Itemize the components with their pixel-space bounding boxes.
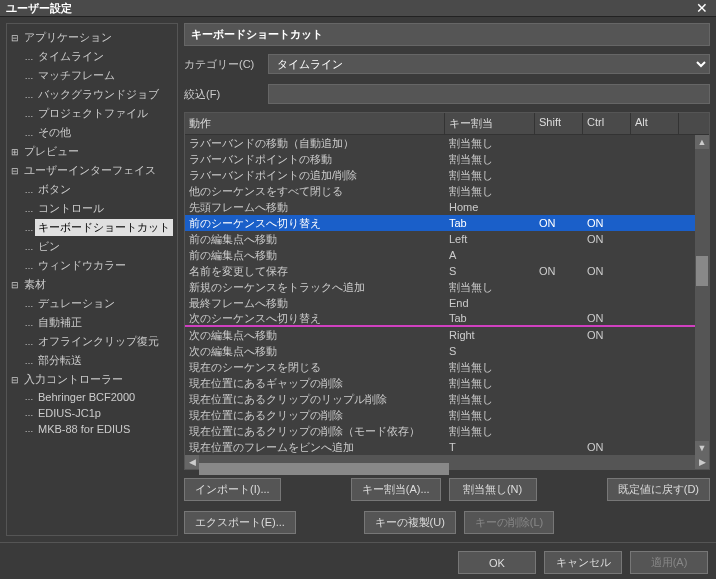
scroll-up-icon[interactable]: ▲ [695, 135, 709, 149]
table-row[interactable]: 現在位置のフレームをビンへ追加TON [185, 439, 709, 455]
tree-item-label[interactable]: オフラインクリップ復元 [35, 333, 162, 350]
scroll-down-icon[interactable]: ▼ [695, 441, 709, 455]
scroll-right-icon[interactable]: ▶ [695, 455, 709, 469]
tree-item-label[interactable]: その他 [35, 124, 74, 141]
table-row[interactable]: 現在のシーケンスを閉じる割当無し [185, 359, 709, 375]
leaf-icon: … [23, 128, 35, 138]
table-row[interactable]: ラバーバンドポイントの追加/削除割当無し [185, 167, 709, 183]
tree-item[interactable]: …その他 [23, 124, 175, 141]
tree-item-label[interactable]: ユーザーインターフェイス [21, 162, 159, 179]
collapse-icon[interactable]: ⊟ [9, 166, 21, 176]
table-row[interactable]: 次のシーケンスへ切り替えTabON [185, 311, 709, 327]
tree-item-label[interactable]: ボタン [35, 181, 74, 198]
collapse-icon[interactable]: ⊟ [9, 33, 21, 43]
defaults-button[interactable]: 既定値に戻す(D) [607, 478, 710, 501]
tree-item[interactable]: …デュレーション [23, 295, 175, 312]
table-row[interactable]: 先頭フレームへ移動Home [185, 199, 709, 215]
collapse-icon[interactable]: ⊟ [9, 280, 21, 290]
tree-item-label[interactable]: ウィンドウカラー [35, 257, 129, 274]
tree-item[interactable]: …ウィンドウカラー [23, 257, 175, 274]
scroll-thumb[interactable] [696, 256, 708, 286]
assign-button[interactable]: キー割当(A)... [351, 478, 441, 501]
tree-item[interactable]: …オフラインクリップ復元 [23, 333, 175, 350]
tree-item-label[interactable]: タイムライン [35, 48, 107, 65]
tree-item-label[interactable]: バックグラウンドジョブ [35, 86, 162, 103]
tree-item-label[interactable]: ビン [35, 238, 63, 255]
col-ctrl[interactable]: Ctrl [583, 113, 631, 134]
tree-item[interactable]: …プロジェクトファイル [23, 105, 175, 122]
tree-item-label[interactable]: EDIUS-JC1p [35, 406, 104, 420]
table-row[interactable]: 現在位置にあるギャップの削除割当無し [185, 375, 709, 391]
table-row[interactable]: 次の編集点へ移動RightON [185, 327, 709, 343]
filter-input[interactable] [268, 84, 710, 104]
duplicate-button[interactable]: キーの複製(U) [364, 511, 456, 534]
tree-item[interactable]: …自動補正 [23, 314, 175, 331]
tree-item-label[interactable]: キーボードショートカット [35, 219, 173, 236]
tree-item[interactable]: …キーボードショートカット [23, 219, 175, 236]
tree-item[interactable]: …MKB-88 for EDIUS [23, 422, 175, 436]
tree-item[interactable]: …タイムライン [23, 48, 175, 65]
tree-item-label[interactable]: プレビュー [21, 143, 82, 160]
tree-item-label[interactable]: Behringer BCF2000 [35, 390, 138, 404]
scroll-left-icon[interactable]: ◀ [185, 455, 199, 469]
table-row[interactable]: 前のシーケンスへ切り替えTabONON [185, 215, 709, 231]
table-row[interactable]: 新規のシーケンスをトラックへ追加割当無し [185, 279, 709, 295]
tree-item[interactable]: ⊟ユーザーインターフェイス [9, 162, 175, 179]
col-shift[interactable]: Shift [535, 113, 583, 134]
tree-item-label[interactable]: コントロール [35, 200, 107, 217]
category-select[interactable]: タイムライン [268, 54, 710, 74]
leaf-icon: … [23, 223, 35, 233]
tree-item[interactable]: …バックグラウンドジョブ [23, 86, 175, 103]
table-row[interactable]: 前の編集点へ移動LeftON [185, 231, 709, 247]
table-row[interactable]: 現在位置にあるクリップの削除（モード依存）割当無し [185, 423, 709, 439]
hscroll-thumb[interactable] [199, 463, 449, 475]
export-button[interactable]: エクスポート(E)... [184, 511, 296, 534]
col-alt[interactable]: Alt [631, 113, 679, 134]
tree-item[interactable]: ⊞プレビュー [9, 143, 175, 160]
cell-key: Home [445, 201, 535, 213]
table-row[interactable]: 名前を変更して保存SONON [185, 263, 709, 279]
tree-item[interactable]: …ビン [23, 238, 175, 255]
col-action[interactable]: 動作 [185, 113, 445, 134]
tree-item-label[interactable]: 部分転送 [35, 352, 85, 369]
settings-tree[interactable]: ⊟アプリケーション…タイムライン…マッチフレーム…バックグラウンドジョブ…プロジ… [6, 23, 178, 536]
tree-item[interactable]: ⊟素材 [9, 276, 175, 293]
tree-item-label[interactable]: 入力コントローラー [21, 371, 126, 388]
unassign-button[interactable]: 割当無し(N) [449, 478, 537, 501]
col-key[interactable]: キー割当 [445, 113, 535, 134]
table-row[interactable]: 現在位置にあるクリップのリップル削除割当無し [185, 391, 709, 407]
import-button[interactable]: インポート(I)... [184, 478, 281, 501]
tree-item[interactable]: …コントロール [23, 200, 175, 217]
table-row[interactable]: 最終フレームへ移動End [185, 295, 709, 311]
close-icon[interactable]: ✕ [694, 0, 710, 16]
tree-item[interactable]: ⊟入力コントローラー [9, 371, 175, 388]
cell-action: 次のシーケンスへ切り替え [185, 311, 445, 326]
tree-item[interactable]: …Behringer BCF2000 [23, 390, 175, 404]
table-row[interactable]: 次の編集点へ移動S [185, 343, 709, 359]
table-row[interactable]: 現在位置にあるクリップの削除割当無し [185, 407, 709, 423]
tree-item-label[interactable]: 素材 [21, 276, 49, 293]
tree-item[interactable]: …ボタン [23, 181, 175, 198]
tree-item-label[interactable]: MKB-88 for EDIUS [35, 422, 133, 436]
table-row[interactable]: ラバーバンドポイントの移動割当無し [185, 151, 709, 167]
table-row[interactable]: 他のシーケンスをすべて閉じる割当無し [185, 183, 709, 199]
ok-button[interactable]: OK [458, 551, 536, 574]
cell-ctrl: ON [583, 329, 631, 341]
tree-item-label[interactable]: デュレーション [35, 295, 118, 312]
vertical-scrollbar[interactable]: ▲ ▼ [695, 135, 709, 455]
tree-item-label[interactable]: アプリケーション [21, 29, 115, 46]
tree-item-label[interactable]: プロジェクトファイル [35, 105, 151, 122]
tree-item-label[interactable]: 自動補正 [35, 314, 85, 331]
collapse-icon[interactable]: ⊟ [9, 375, 21, 385]
expand-icon[interactable]: ⊞ [9, 147, 21, 157]
grid-body[interactable]: ラバーバンドの移動（自動追加）割当無しラバーバンドポイントの移動割当無しラバーバ… [185, 135, 709, 455]
cancel-button[interactable]: キャンセル [544, 551, 622, 574]
tree-item-label[interactable]: マッチフレーム [35, 67, 118, 84]
tree-item[interactable]: …部分転送 [23, 352, 175, 369]
tree-item[interactable]: …EDIUS-JC1p [23, 406, 175, 420]
tree-item[interactable]: ⊟アプリケーション [9, 29, 175, 46]
table-row[interactable]: 前の編集点へ移動A [185, 247, 709, 263]
horizontal-scrollbar[interactable]: ◀ ▶ [185, 455, 709, 469]
table-row[interactable]: ラバーバンドの移動（自動追加）割当無し [185, 135, 709, 151]
tree-item[interactable]: …マッチフレーム [23, 67, 175, 84]
